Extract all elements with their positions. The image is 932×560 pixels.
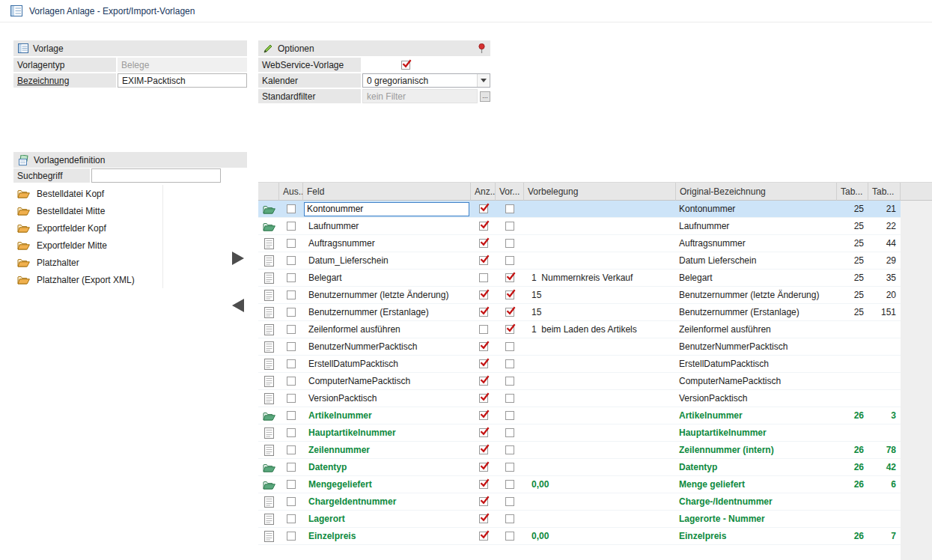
- table-row[interactable]: HauptartikelnummerHauptartikelnummer: [258, 424, 901, 442]
- list-item[interactable]: Platzhalter (Export XML): [13, 271, 162, 288]
- header-vorbelegung[interactable]: Vorbelegung: [524, 183, 676, 201]
- table-row[interactable]: ErstellDatumPacktischErstellDatumPacktis…: [258, 356, 901, 373]
- anz-checkbox[interactable]: [479, 377, 488, 386]
- aus-checkbox[interactable]: [287, 239, 296, 248]
- table-row[interactable]: LaufnummerLaufnummer2522: [258, 218, 901, 235]
- standardfilter-more-button[interactable]: ...: [480, 91, 490, 102]
- anz-checkbox[interactable]: [479, 497, 488, 506]
- table-row[interactable]: VersionPacktischVersionPacktisch: [258, 390, 901, 407]
- vor-checkbox[interactable]: [505, 514, 514, 523]
- list-item[interactable]: Platzhalter: [13, 254, 162, 271]
- table-row[interactable]: Einzelpreis0,00Einzelpreis267: [258, 528, 901, 545]
- webservice-checkbox[interactable]: [401, 61, 410, 70]
- table-row[interactable]: ComputerNamePacktischComputerNamePacktis…: [258, 373, 901, 390]
- vor-checkbox[interactable]: [505, 428, 514, 437]
- vor-checkbox[interactable]: [505, 497, 514, 506]
- vor-checkbox[interactable]: [505, 480, 514, 489]
- anz-checkbox[interactable]: [479, 308, 488, 317]
- anz-checkbox[interactable]: [479, 411, 488, 420]
- vor-checkbox[interactable]: [505, 411, 514, 420]
- vor-checkbox[interactable]: [505, 342, 514, 351]
- aus-checkbox[interactable]: [287, 532, 296, 541]
- anz-checkbox[interactable]: [479, 222, 488, 231]
- table-row[interactable]: DatentypDatentyp2642: [258, 459, 901, 476]
- table-row[interactable]: LagerortLagerorte - Nummer: [258, 511, 901, 528]
- aus-checkbox[interactable]: [287, 222, 296, 231]
- header-vor[interactable]: Vor...: [496, 183, 524, 201]
- anz-checkbox[interactable]: [479, 204, 488, 213]
- table-row[interactable]: AuftragsnummerAuftragsnummer2544: [258, 235, 901, 252]
- anz-checkbox[interactable]: [479, 480, 488, 489]
- aus-checkbox[interactable]: [287, 359, 296, 368]
- move-right-button[interactable]: [232, 252, 244, 265]
- anz-checkbox[interactable]: [479, 428, 488, 437]
- header-feld[interactable]: Feld: [303, 183, 471, 201]
- anz-checkbox[interactable]: [479, 463, 488, 472]
- list-item[interactable]: Bestelldatei Mitte: [13, 202, 162, 219]
- table-row[interactable]: Belegart1 Nummernkreis VerkaufBelegart25…: [258, 270, 901, 287]
- anz-checkbox[interactable]: [479, 445, 488, 454]
- vor-checkbox[interactable]: [505, 308, 514, 317]
- bezeichnung-input[interactable]: [118, 73, 247, 88]
- list-item[interactable]: Exportfelder Mitte: [13, 237, 162, 254]
- table-row[interactable]: Datum_LieferscheinDatum Lieferschein2529: [258, 252, 901, 270]
- aus-checkbox[interactable]: [287, 377, 296, 386]
- table-row[interactable]: ZeilennummerZeilennummer (intern)2678: [258, 442, 901, 459]
- aus-checkbox[interactable]: [287, 342, 296, 351]
- aus-checkbox[interactable]: [287, 290, 296, 299]
- anz-checkbox[interactable]: [479, 342, 488, 351]
- aus-checkbox[interactable]: [287, 204, 296, 213]
- table-row[interactable]: BenutzerNummerPacktischBenutzerNummerPac…: [258, 338, 901, 356]
- table-row[interactable]: Zeilenformel ausführen1 beim Laden des A…: [258, 321, 901, 338]
- aus-checkbox[interactable]: [287, 428, 296, 437]
- aus-checkbox[interactable]: [287, 325, 296, 334]
- list-item[interactable]: Exportfelder Kopf: [13, 219, 162, 237]
- vor-checkbox[interactable]: [505, 256, 514, 265]
- aus-checkbox[interactable]: [287, 308, 296, 317]
- vor-checkbox[interactable]: [505, 290, 514, 299]
- anz-checkbox[interactable]: [479, 532, 488, 541]
- move-left-button[interactable]: [232, 299, 244, 312]
- feld-edit-input[interactable]: [304, 202, 469, 216]
- aus-checkbox[interactable]: [287, 480, 296, 489]
- list-item[interactable]: Bestelldatei Kopf: [13, 185, 162, 202]
- header-tab2[interactable]: Tab...: [868, 183, 901, 201]
- anz-checkbox[interactable]: [479, 239, 488, 248]
- header-aus[interactable]: Aus...: [279, 183, 303, 201]
- aus-checkbox[interactable]: [287, 463, 296, 472]
- aus-checkbox[interactable]: [287, 497, 296, 506]
- anz-checkbox[interactable]: [479, 290, 488, 299]
- aus-checkbox[interactable]: [287, 394, 296, 403]
- vor-checkbox[interactable]: [505, 325, 514, 334]
- vor-checkbox[interactable]: [505, 222, 514, 231]
- vor-checkbox[interactable]: [505, 394, 514, 403]
- anz-checkbox[interactable]: [479, 514, 488, 523]
- aus-checkbox[interactable]: [287, 256, 296, 265]
- kalender-dropdown-button[interactable]: [477, 74, 490, 87]
- kalender-dropdown[interactable]: 0 gregorianisch: [362, 73, 490, 88]
- anz-checkbox[interactable]: [479, 359, 488, 368]
- anz-checkbox[interactable]: [479, 394, 488, 403]
- anz-checkbox[interactable]: [479, 256, 488, 265]
- pin-icon[interactable]: [478, 43, 486, 54]
- suchbegriff-input[interactable]: [91, 168, 221, 183]
- header-tab1[interactable]: Tab...: [837, 183, 868, 201]
- vor-checkbox[interactable]: [505, 445, 514, 454]
- vor-checkbox[interactable]: [505, 273, 514, 282]
- header-original-bezeichnung[interactable]: Original-Bezeichnung: [676, 183, 837, 201]
- aus-checkbox[interactable]: [287, 411, 296, 420]
- vor-checkbox[interactable]: [505, 532, 514, 541]
- table-row[interactable]: ArtikelnummerArtikelnummer263: [258, 407, 901, 424]
- table-row[interactable]: Kontonummer2521: [258, 201, 901, 218]
- header-anz[interactable]: Anz...: [471, 183, 496, 201]
- vor-checkbox[interactable]: [505, 204, 514, 213]
- table-row[interactable]: Mengegeliefert0,00Menge geliefert266: [258, 476, 901, 493]
- aus-checkbox[interactable]: [287, 514, 296, 523]
- vor-checkbox[interactable]: [505, 239, 514, 248]
- aus-checkbox[interactable]: [287, 445, 296, 454]
- table-row[interactable]: Benutzernummer (Erstanlage)15Benutzernum…: [258, 304, 901, 321]
- table-row[interactable]: Benutzernummer (letzte Änderung)15Benutz…: [258, 287, 901, 304]
- table-row[interactable]: ChargeIdentnummerCharge-/Identnummer: [258, 493, 901, 511]
- vor-checkbox[interactable]: [505, 463, 514, 472]
- vor-checkbox[interactable]: [505, 359, 514, 368]
